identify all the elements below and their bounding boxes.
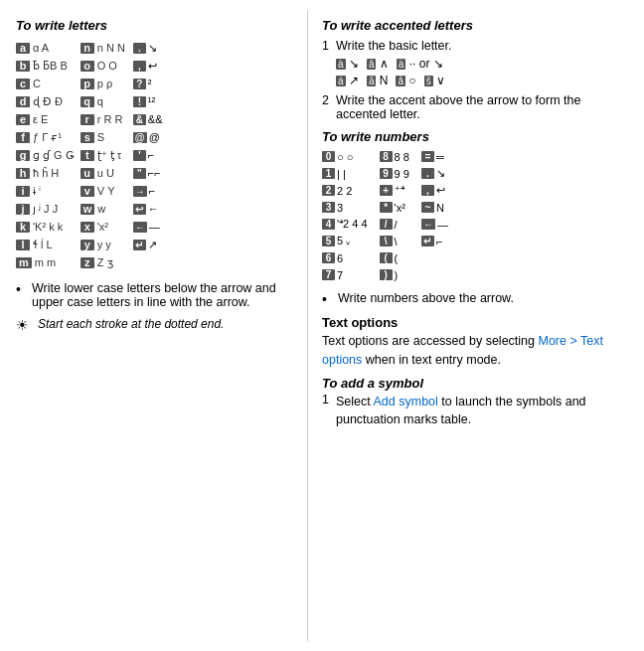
letter-i: iɨ ⁱ: [16, 182, 75, 200]
ac-a-grave: à ↘: [336, 57, 359, 71]
sym-arrow-l: ← —: [133, 218, 163, 236]
step2-item: 2 Write the accent above the arrow to fo…: [322, 93, 628, 121]
numbers-title: To write numbers: [322, 129, 628, 144]
letter-k: k'K² k k: [16, 218, 75, 236]
sym-amp: & &&: [133, 110, 163, 128]
step2-num: 2: [322, 93, 336, 107]
add-symbol-heading: To add a symbol: [322, 376, 628, 391]
num-8: 88 8: [380, 148, 409, 165]
add-symbol-prefix: Select: [336, 395, 374, 408]
letter-j: jȷ ʲ J J: [16, 200, 75, 218]
add-symbol-num: 1: [322, 393, 336, 407]
bullet-text-2: Write numbers above the arrow.: [338, 291, 514, 305]
letter-e: eε Ε: [16, 110, 75, 128]
letter-col-nz: nn N Ν oO O pp ρ qq rr R R sS tʈ⁺ ƫ τ uu…: [80, 39, 125, 271]
text-options-body: Text options are accessed by selecting M…: [322, 332, 628, 370]
letter-w: ww: [80, 200, 125, 218]
accent-row-2: á ↗ ã Ν å ○ š ∨: [336, 74, 628, 87]
symbol-col: . ↘ , ↩ ? ² ! ¹² & && @ @ ' ⌐ " ⌐⌐ → ⌐ ↩…: [133, 39, 163, 271]
letter-d: dɖ Ɖ Ð: [16, 92, 75, 110]
sym-period: . ↘: [133, 39, 163, 57]
num-5: 55 ᵥ: [322, 233, 368, 249]
bullet-item-1: • Write lower case letters below the arr…: [16, 281, 297, 309]
num-slash: //: [380, 216, 409, 233]
bullet-item-2: • Write numbers above the arrow.: [322, 291, 628, 307]
letter-x: x'x²: [80, 218, 125, 236]
add-symbol-link[interactable]: Add symbol: [374, 395, 438, 408]
text-options-prefix: Text options are accessed by selecting: [322, 334, 538, 348]
ac-a-circ: â ∧: [367, 57, 389, 71]
ac-s-caron: š ∨: [424, 74, 445, 87]
letter-m: mm m: [16, 253, 75, 271]
sym-period2: .↘: [421, 165, 451, 182]
letter-u: uu U: [80, 164, 125, 182]
letter-o: oO O: [80, 57, 125, 75]
letter-grid: aα Α bƀ ƃΒ Β cC dɖ Ɖ Ð eε Ε fƒ Γ ғ¹ gɡ ɠ…: [16, 39, 297, 271]
sym-arrow-r: → ⌐: [133, 182, 163, 200]
num-col-right: 88 8 99 9 +⁺⁴ *'x² // \\ (( )): [380, 148, 409, 283]
sym-tilde: ~Ν: [421, 199, 451, 216]
letter-z: zZ ʒ: [80, 253, 125, 271]
letter-q: qq: [80, 92, 125, 110]
numbers-section: To write numbers 0○ ○ 1| | 22 2 33 4'⁴2 …: [322, 129, 628, 429]
letter-g: gɡ ɠ G Ǥ: [16, 146, 75, 164]
letter-a: aα Α: [16, 39, 75, 57]
sym-enter: ↩ ←: [133, 200, 163, 218]
bullet-text-1: Write lower case letters below the arrow…: [32, 281, 297, 309]
tip-section: ☀ Start each stroke at the dotted end.: [16, 317, 297, 333]
letter-r: rr R R: [80, 110, 125, 128]
num-2: 22 2: [322, 182, 368, 199]
numbers-grid: 0○ ○ 1| | 22 2 33 4'⁴2 4 4 55 ᵥ 66 77 88…: [322, 148, 628, 283]
num-6: 66: [322, 249, 368, 266]
sym-larrow: ←—: [421, 216, 451, 233]
letter-y: yy y: [80, 236, 125, 253]
ac-a-ring: å ○: [396, 74, 415, 87]
num-rparen: )): [380, 266, 409, 283]
num-lparen: ((: [380, 249, 409, 266]
num-col-left: 0○ ○ 1| | 22 2 33 4'⁴2 4 4 55 ᵥ 66 77: [322, 148, 368, 283]
page: To write letters aα Α bƀ ƃΒ Β cC dɖ Ɖ Ð …: [0, 0, 644, 651]
num-0: 0○ ○: [322, 148, 368, 165]
tip-text: Start each stroke at the dotted end.: [38, 317, 224, 331]
add-symbol-section: To add a symbol 1 Select Add symbol to l…: [322, 376, 628, 430]
letter-col-am: aα Α bƀ ƃΒ Β cC dɖ Ɖ Ð eε Ε fƒ Γ ғ¹ gɡ ɠ…: [16, 39, 75, 271]
left-column: To write letters aα Α bƀ ƃΒ Β cC dɖ Ɖ Ð …: [0, 10, 308, 641]
sym-comma2: ,↩: [421, 182, 451, 199]
letter-b: bƀ ƃΒ Β: [16, 57, 75, 75]
num-3: 33: [322, 199, 368, 216]
sym-question: ? ²: [133, 75, 163, 92]
bullet-dot-2: •: [322, 291, 334, 307]
text-options-suffix: when in text entry mode.: [362, 353, 501, 367]
letter-f: fƒ Γ ғ¹: [16, 128, 75, 146]
bullet-section: • Write lower case letters below the arr…: [16, 281, 297, 309]
num-9: 99 9: [380, 165, 409, 182]
add-symbol-body: Select Add symbol to launch the symbols …: [336, 393, 628, 430]
letter-c: cC: [16, 75, 75, 92]
step1-num: 1: [322, 39, 336, 53]
letter-s: sS: [80, 128, 125, 146]
accented-chars-block: à ↘ â ∧ ä ·· or ↘ á ↗ ã Ν å ○ š ∨: [336, 57, 628, 87]
sym-apos: ' ⌐: [133, 146, 163, 164]
letter-n: nn N Ν: [80, 39, 125, 57]
letter-h: hħ ĥ Η: [16, 164, 75, 182]
right-column: To write accented letters 1 Write the ba…: [308, 10, 644, 641]
add-symbol-step1: 1 Select Add symbol to launch the symbol…: [322, 393, 628, 430]
sym-quote: " ⌐⌐: [133, 164, 163, 182]
sym-exclaim: ! ¹²: [133, 92, 163, 110]
accented-title: To write accented letters: [322, 18, 628, 33]
ac-a-acute: á ↗: [336, 74, 359, 87]
num-star: *'x²: [380, 199, 409, 216]
letter-l: lɬ ĺ L: [16, 236, 75, 253]
step1-item: 1 Write the basic letter.: [322, 39, 628, 53]
step1-text: Write the basic letter.: [336, 39, 452, 53]
num-backslash: \\: [380, 233, 409, 249]
tip-icon: ☀: [16, 317, 34, 333]
ac-a-tilde: ã Ν: [367, 74, 389, 87]
left-title: To write letters: [16, 18, 297, 33]
bullet-dot-1: •: [16, 281, 28, 297]
letter-p: pp ρ: [80, 75, 125, 92]
step2-text: Write the accent above the arrow to form…: [336, 93, 628, 121]
accent-row-1: à ↘ â ∧ ä ·· or ↘: [336, 57, 628, 71]
ac-a-uml: ä ·· or ↘: [397, 57, 443, 71]
sym-equals: =═: [421, 148, 451, 165]
